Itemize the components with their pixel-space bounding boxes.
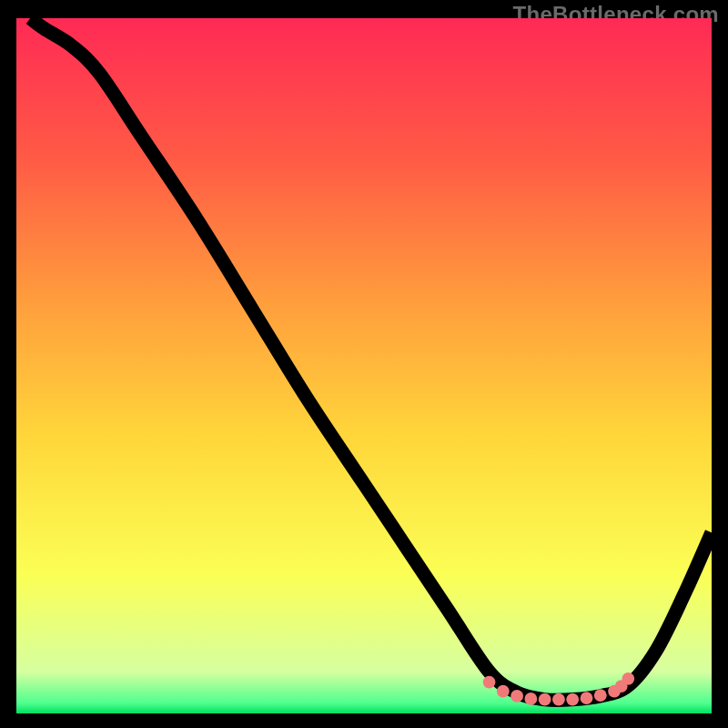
highlight-dot bbox=[511, 690, 523, 703]
highlight-dot bbox=[539, 693, 551, 706]
highlight-dot bbox=[497, 685, 510, 698]
highlight-dot bbox=[566, 693, 579, 706]
bottleneck-chart bbox=[16, 18, 712, 713]
highlight-dot bbox=[594, 689, 607, 702]
highlight-dot bbox=[581, 692, 593, 704]
highlight-dot bbox=[622, 672, 634, 685]
highlight-dot bbox=[552, 693, 565, 706]
highlight-dot bbox=[524, 693, 537, 705]
highlight-dot bbox=[483, 676, 496, 689]
chart-frame: TheBottleneck.com bbox=[0, 0, 728, 728]
plot-background bbox=[16, 18, 712, 713]
